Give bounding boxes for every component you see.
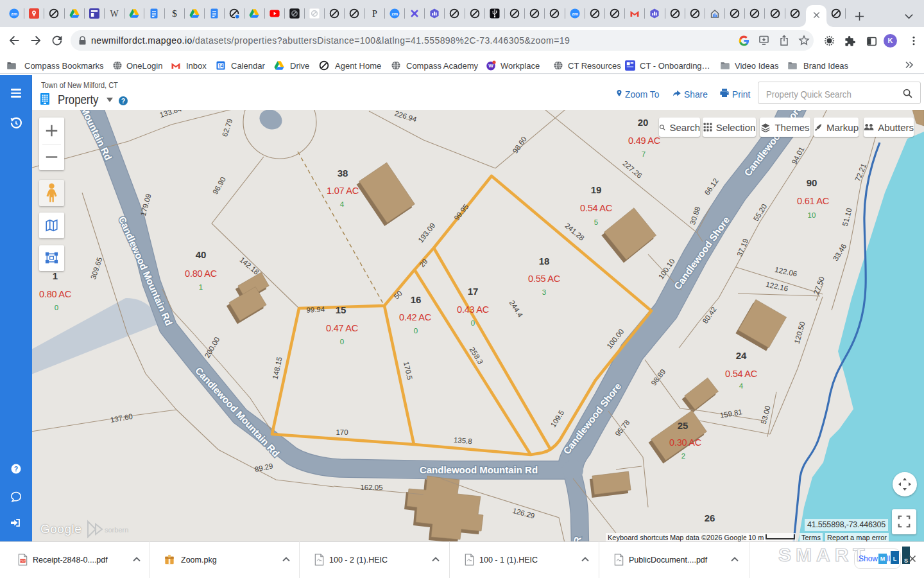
svg-text:19: 19 [591,184,602,195]
svg-text:18: 18 [539,256,550,267]
svg-text:0.47 AC: 0.47 AC [326,323,358,333]
svg-text:0.80 AC: 0.80 AC [185,268,217,279]
svg-text:2: 2 [681,452,685,460]
svg-text:Candlewood Mountain Rd: Candlewood Mountain Rd [420,464,538,475]
svg-text:15: 15 [336,304,346,315]
svg-text:0: 0 [55,304,58,311]
svg-text:3: 3 [542,288,546,296]
svg-text:4: 4 [739,382,744,390]
svg-text:16: 16 [411,294,422,305]
svg-text:1: 1 [53,270,58,281]
svg-text:1: 1 [199,283,203,291]
svg-text:PDF: PDF [20,559,26,563]
svg-text:90: 90 [807,177,817,188]
svg-text:0: 0 [340,338,344,346]
svg-text:7: 7 [642,150,646,158]
svg-text:26: 26 [705,512,715,523]
svg-text:0.42 AC: 0.42 AC [399,312,431,322]
svg-text:0.43 AC: 0.43 AC [457,304,489,315]
svg-text:24: 24 [736,350,747,361]
svg-text:1.07 AC: 1.07 AC [327,186,359,196]
svg-text:4: 4 [340,200,345,208]
svg-text:10: 10 [808,211,816,219]
svg-text:170: 170 [336,428,348,436]
svg-text:?: ? [14,465,18,473]
svg-text:0.49 AC: 0.49 AC [628,136,660,146]
svg-text:20: 20 [638,117,649,128]
svg-text:0: 0 [471,319,475,327]
svg-text:17: 17 [468,286,479,297]
svg-text:162.05: 162.05 [360,484,382,491]
svg-text:0: 0 [414,327,418,335]
svg-text:0.61 AC: 0.61 AC [797,196,829,206]
svg-text:25: 25 [678,420,689,431]
svg-text:40: 40 [196,249,207,260]
svg-text:0.30 AC: 0.30 AC [669,437,701,448]
svg-text:38: 38 [338,168,348,179]
svg-text:0.54 AC: 0.54 AC [580,203,612,213]
svg-text:sorbern: sorbern [105,526,128,534]
svg-text:0.80 AC: 0.80 AC [39,289,71,299]
svg-text:135.8: 135.8 [453,436,472,445]
svg-text:99.94: 99.94 [306,305,325,314]
svg-text:0.55 AC: 0.55 AC [528,274,560,284]
svg-text:0.54 AC: 0.54 AC [725,369,757,379]
svg-text:5: 5 [594,218,598,226]
